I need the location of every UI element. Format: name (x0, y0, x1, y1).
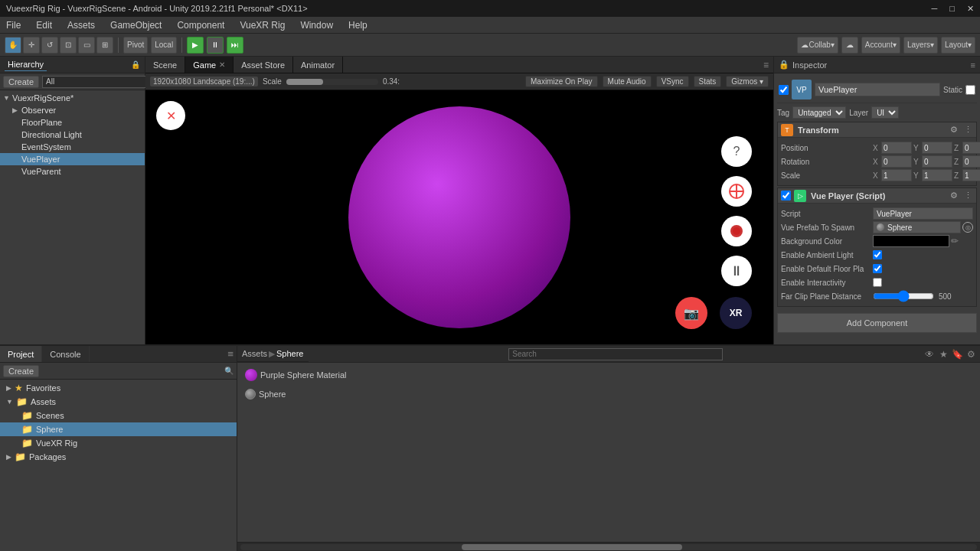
tree-item-dirlight[interactable]: Directional Light (0, 129, 145, 141)
assets-item[interactable]: ▼ 📁 Assets (0, 395, 237, 409)
scale-z-input[interactable] (962, 169, 980, 181)
sphere-item[interactable]: 📁 Sphere (0, 422, 237, 436)
hierarchy-create-btn[interactable]: Create (3, 76, 39, 88)
bookmark-btn[interactable]: 🔖 (951, 348, 963, 360)
step-btn[interactable]: ⏭ (227, 37, 243, 54)
menu-help[interactable]: Help (345, 18, 371, 32)
game-tab[interactable]: Game ✕ (185, 57, 234, 73)
scene-tab[interactable]: Scene (145, 57, 185, 73)
obj-enabled-checkbox[interactable] (779, 85, 789, 95)
maximize-btn[interactable]: □ (949, 4, 955, 14)
vsync-btn[interactable]: VSync (656, 76, 689, 87)
move-tool-btn[interactable]: ✛ (23, 37, 40, 54)
rect-tool-btn[interactable]: ▭ (78, 37, 95, 54)
hand-tool-btn[interactable]: ✋ (5, 37, 21, 54)
tree-item-vueparent[interactable]: VueParent (0, 165, 145, 178)
ambient-light-checkbox[interactable] (873, 250, 882, 259)
static-checkbox[interactable] (965, 85, 975, 95)
game-tab-close[interactable]: ✕ (219, 60, 225, 69)
cloud-btn[interactable]: ☁ (841, 37, 858, 54)
inspector-menu-btn[interactable]: ≡ (971, 60, 975, 70)
minimize-btn[interactable]: ─ (932, 4, 938, 14)
vuexr-rig-item[interactable]: 📁 VueXR Rig (0, 436, 237, 450)
account-btn[interactable]: Account ▾ (861, 37, 900, 54)
hierarchy-tab[interactable]: Hierarchy (5, 58, 47, 71)
purple-sphere-material-item[interactable]: Purple Sphere Material (242, 367, 975, 383)
prefab-ref-field[interactable]: Sphere (873, 221, 961, 233)
prefab-ref-circle[interactable]: ◎ (962, 222, 973, 233)
assets-search-input[interactable] (508, 348, 723, 360)
packages-item[interactable]: ▶ 📁 Packages (0, 450, 237, 464)
bg-color-swatch[interactable] (873, 235, 949, 247)
scale-tool-btn[interactable]: ⊡ (60, 37, 77, 54)
center-panel-menu-btn[interactable]: ≡ (759, 60, 773, 70)
layers-btn[interactable]: Layers ▾ (903, 37, 938, 54)
eye-toggle-btn[interactable]: 👁 (923, 348, 936, 360)
pause-overlay-btn[interactable]: ⏸ (721, 256, 752, 286)
script-enabled-checkbox[interactable] (781, 191, 791, 201)
pause-play-btn[interactable]: ⏸ (207, 37, 224, 54)
stats-btn[interactable]: Stats (694, 76, 722, 87)
camera-overlay-btn[interactable]: 📷 (675, 297, 707, 329)
project-panel-menu-btn[interactable]: ≡ (224, 348, 237, 360)
layout-btn[interactable]: Layout ▾ (941, 37, 975, 54)
breadcrumb-sphere[interactable]: Sphere (276, 349, 303, 358)
console-tab[interactable]: Console (42, 346, 89, 362)
menu-vuexr-rig[interactable]: VueXR Rig (237, 18, 288, 32)
settings-btn[interactable]: ⚙ (965, 348, 977, 360)
scale-y-input[interactable] (922, 169, 952, 181)
pos-x-input[interactable] (881, 142, 912, 154)
menu-component[interactable]: Component (174, 18, 227, 32)
hierarchy-search[interactable] (42, 76, 147, 88)
transform-more-btn[interactable]: ⋮ (962, 125, 973, 135)
rot-x-input[interactable] (881, 155, 912, 168)
mute-audio-btn[interactable]: Mute Audio (603, 76, 652, 87)
favorites-item[interactable]: ▶ ★ Favorites (0, 381, 237, 395)
menu-file[interactable]: File (3, 18, 24, 32)
script-more-btn[interactable]: ⋮ (962, 191, 973, 201)
tag-select[interactable]: Untagged (792, 106, 846, 119)
xr-overlay-btn[interactable]: XR (720, 297, 752, 329)
rot-z-input[interactable] (962, 155, 980, 168)
project-tab[interactable]: Project (0, 346, 42, 362)
tree-item-eventsys[interactable]: EventSystem (0, 141, 145, 153)
hierarchy-lock-icon[interactable]: 🔒 (131, 60, 140, 69)
search-icon-project[interactable]: 🔍 (224, 367, 234, 375)
far-clip-slider[interactable] (873, 290, 934, 302)
tree-item-scene[interactable]: ▼ VuexrRigScene* (0, 92, 145, 104)
menu-gameobject[interactable]: GameObject (107, 18, 165, 32)
sphere-asset-item[interactable]: Sphere (242, 387, 975, 401)
transform-gear-btn[interactable]: ⚙ (949, 125, 959, 135)
breadcrumb-assets[interactable]: Assets (242, 349, 267, 358)
menu-assets[interactable]: Assets (64, 18, 98, 32)
local-btn[interactable]: Local (151, 37, 177, 54)
interactivity-checkbox[interactable] (873, 278, 882, 287)
vueplayer-script-header[interactable]: ▷ Vue Player (Script) ⚙ ⋮ (778, 188, 976, 204)
inspector-lock-icon[interactable]: 🔒 (779, 60, 789, 70)
transform-header[interactable]: T Transform ⚙ ⋮ (778, 122, 976, 138)
close-btn-win[interactable]: ✕ (967, 4, 974, 14)
nav-overlay-btn[interactable] (721, 176, 752, 207)
help-overlay-btn[interactable]: ? (721, 136, 752, 167)
pos-z-input[interactable] (962, 142, 980, 154)
rot-y-input[interactable] (922, 155, 952, 168)
tree-item-floorplane[interactable]: FloorPlane (0, 116, 145, 129)
star-toggle-btn[interactable]: ★ (937, 348, 949, 360)
asset-store-tab[interactable]: Asset Store (234, 57, 293, 73)
color-picker-icon[interactable]: ✏ (951, 236, 959, 246)
menu-edit[interactable]: Edit (33, 18, 55, 32)
maximize-on-play-btn[interactable]: Maximize On Play (525, 76, 598, 87)
assets-scroll-thumb[interactable] (462, 544, 683, 550)
record-overlay-btn[interactable] (721, 216, 752, 246)
obj-name-input[interactable] (815, 83, 940, 96)
menu-window[interactable]: Window (297, 18, 336, 32)
tree-item-vueplayer[interactable]: VuePlayer (0, 153, 145, 165)
assets-scroll-track[interactable] (240, 544, 977, 550)
animator-tab[interactable]: Animator (293, 57, 343, 73)
gizmos-btn[interactable]: Gizmos ▾ (726, 76, 769, 87)
transform-tool-btn[interactable]: ⊞ (96, 37, 113, 54)
project-create-btn[interactable]: Create (3, 365, 39, 377)
script-gear-btn[interactable]: ⚙ (949, 191, 959, 201)
play-btn[interactable]: ▶ (187, 37, 204, 54)
collab-btn[interactable]: ☁ Collab ▾ (797, 37, 838, 54)
